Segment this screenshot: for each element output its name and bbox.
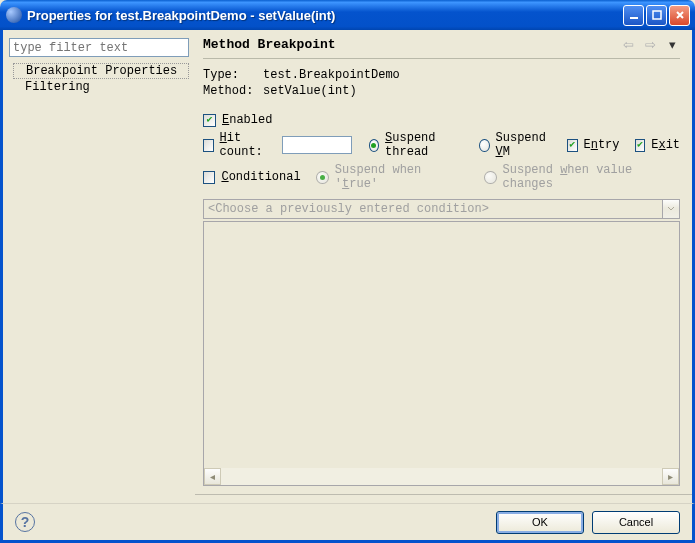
combo-placeholder: <Choose a previously entered condition> bbox=[208, 202, 489, 216]
tree-item-filtering[interactable]: Filtering bbox=[13, 79, 189, 95]
conditional-checkbox[interactable] bbox=[203, 171, 215, 184]
conditional-label: Conditional bbox=[221, 170, 300, 184]
app-icon bbox=[6, 7, 22, 23]
window-title: Properties for test.BreakpointDemo - set… bbox=[27, 8, 623, 23]
exit-label: Exit bbox=[651, 138, 680, 152]
method-label: Method: bbox=[203, 83, 257, 99]
enabled-checkbox[interactable] bbox=[203, 114, 216, 127]
window-controls bbox=[623, 5, 690, 26]
method-value: setValue(int) bbox=[263, 83, 357, 99]
hitcount-checkbox[interactable] bbox=[203, 139, 214, 152]
hitcount-label: Hit count: bbox=[220, 131, 276, 159]
condition-combo[interactable]: <Choose a previously entered condition> bbox=[203, 199, 680, 219]
footer: ? OK Cancel bbox=[0, 503, 695, 543]
enabled-row: Enabled bbox=[203, 113, 680, 127]
entry-label: Entry bbox=[584, 138, 620, 152]
svg-rect-1 bbox=[653, 11, 661, 19]
main-panel: Method Breakpoint ⇦ ⇨ ▾ Type: test.Break… bbox=[195, 30, 692, 503]
hitcount-row: Hit count: Suspend thread Suspend VM Ent… bbox=[203, 131, 680, 159]
type-label: Type: bbox=[203, 67, 257, 83]
horizontal-scrollbar[interactable]: ◂ ▸ bbox=[204, 468, 679, 485]
hitcount-input[interactable] bbox=[282, 136, 352, 154]
suspend-true-radio bbox=[316, 171, 328, 184]
dropdown-arrow-icon[interactable]: ▾ bbox=[664, 36, 680, 52]
conditional-row: Conditional Suspend when 'true' Suspend … bbox=[203, 163, 680, 191]
type-value: test.BreakpointDemo bbox=[263, 67, 400, 83]
sidebar: Breakpoint Properties Filtering bbox=[3, 30, 195, 503]
scroll-right-button[interactable]: ▸ bbox=[662, 468, 679, 485]
cancel-button[interactable]: Cancel bbox=[592, 511, 680, 534]
minimize-button[interactable] bbox=[623, 5, 644, 26]
tree-item-label: Filtering bbox=[25, 80, 90, 94]
entry-checkbox[interactable] bbox=[567, 139, 578, 152]
scroll-left-button[interactable]: ◂ bbox=[204, 468, 221, 485]
suspend-true-label: Suspend when 'true' bbox=[335, 163, 465, 191]
combo-dropdown-button[interactable] bbox=[662, 200, 679, 218]
close-button[interactable] bbox=[669, 5, 690, 26]
chevron-down-icon bbox=[667, 205, 675, 213]
nav-arrows: ⇦ ⇨ ▾ bbox=[620, 36, 680, 52]
category-tree: Breakpoint Properties Filtering bbox=[9, 63, 189, 95]
suspend-change-label: Suspend when value changes bbox=[503, 163, 680, 191]
titlebar[interactable]: Properties for test.BreakpointDemo - set… bbox=[0, 0, 695, 30]
suspend-vm-label: Suspend VM bbox=[496, 131, 552, 159]
tree-item-breakpoint-properties[interactable]: Breakpoint Properties bbox=[13, 63, 189, 79]
panel-divider bbox=[195, 494, 692, 495]
forward-icon[interactable]: ⇨ bbox=[642, 36, 658, 52]
condition-textarea[interactable]: ◂ ▸ bbox=[203, 221, 680, 486]
maximize-button[interactable] bbox=[646, 5, 667, 26]
svg-rect-0 bbox=[630, 17, 638, 19]
back-icon[interactable]: ⇦ bbox=[620, 36, 636, 52]
help-icon[interactable]: ? bbox=[15, 512, 35, 532]
page-title: Method Breakpoint bbox=[203, 37, 336, 52]
divider bbox=[203, 58, 680, 59]
info-section: Type: test.BreakpointDemo Method: setVal… bbox=[203, 67, 680, 99]
filter-input[interactable] bbox=[9, 38, 189, 57]
tree-item-label: Breakpoint Properties bbox=[26, 64, 177, 78]
suspend-thread-radio[interactable] bbox=[369, 139, 380, 152]
suspend-thread-label: Suspend thread bbox=[385, 131, 464, 159]
suspend-change-radio bbox=[484, 171, 496, 184]
ok-button[interactable]: OK bbox=[496, 511, 584, 534]
exit-checkbox[interactable] bbox=[635, 139, 646, 152]
enabled-label: Enabled bbox=[222, 113, 272, 127]
suspend-vm-radio[interactable] bbox=[479, 139, 490, 152]
